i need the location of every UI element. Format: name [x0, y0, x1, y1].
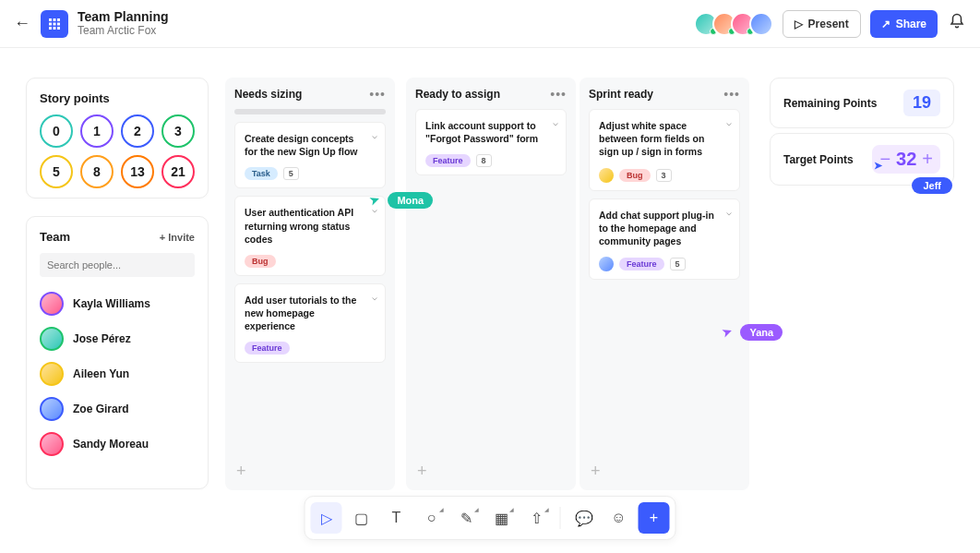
- tool-comment-icon[interactable]: 💬: [568, 502, 600, 534]
- progress-bar: [234, 109, 386, 114]
- story-point-chip[interactable]: 21: [161, 155, 195, 188]
- more-icon[interactable]: •••: [723, 87, 740, 102]
- tag-row: Feature: [245, 342, 376, 355]
- card[interactable]: ⌵Add chat support plug-in to the homepag…: [589, 198, 740, 281]
- chevron-down-icon[interactable]: ⌵: [726, 207, 732, 217]
- tool-text-icon[interactable]: T: [381, 502, 412, 534]
- points-badge: 8: [476, 154, 492, 167]
- target-stepper[interactable]: ➤ − 32 +: [872, 145, 940, 174]
- notifications-icon[interactable]: [947, 13, 967, 34]
- plus-button[interactable]: +: [922, 149, 933, 170]
- tool-pointer-icon[interactable]: ▷: [311, 502, 342, 534]
- invite-button[interactable]: + Invite: [160, 232, 195, 243]
- play-icon: ▷: [795, 18, 803, 30]
- doc-icon[interactable]: [41, 10, 68, 38]
- back-arrow-icon[interactable]: ←: [13, 14, 31, 33]
- tag-row: Bug3: [599, 168, 730, 183]
- team-member[interactable]: Zoe Girard: [40, 391, 195, 427]
- member-name: Sandy Moreau: [73, 438, 149, 451]
- svg-rect-2: [57, 18, 60, 21]
- canvas[interactable]: Story points 0123581321 Team + Invite Ka…: [0, 48, 980, 553]
- more-icon[interactable]: •••: [550, 87, 567, 102]
- minus-button[interactable]: −: [879, 149, 890, 170]
- member-name: Aileen Yun: [73, 367, 129, 380]
- card[interactable]: ⌵User authentication API returning wrong…: [234, 196, 386, 276]
- story-points-panel: Story points 0123581321: [26, 78, 209, 198]
- card[interactable]: ⌵Link account support to "Forgot Passwor…: [415, 109, 567, 175]
- page-title: Team Planning: [78, 10, 169, 24]
- cursor-yana: ➤ Yana: [722, 323, 783, 340]
- add-card-button[interactable]: +: [417, 462, 427, 481]
- presence-avatars[interactable]: [699, 12, 773, 36]
- member-name: Zoe Girard: [73, 403, 129, 415]
- tool-grid-icon[interactable]: ▦◢: [486, 502, 518, 534]
- svg-rect-4: [54, 22, 56, 25]
- share-icon: ↗: [881, 18, 890, 30]
- present-label: Present: [808, 18, 849, 30]
- add-card-button[interactable]: +: [591, 462, 601, 481]
- card-title: Add user tutorials to the new homepage e…: [245, 294, 376, 333]
- avatar: [40, 292, 64, 316]
- share-button[interactable]: ↗ Share: [870, 10, 938, 38]
- chevron-down-icon[interactable]: ⌵: [726, 117, 732, 127]
- points-badge: 3: [656, 169, 672, 182]
- story-point-chip[interactable]: 1: [80, 114, 114, 148]
- toolbar: ▷▢T○◢✎◢▦◢⇧◢💬☺+: [305, 496, 676, 540]
- team-member[interactable]: Kayla Williams: [40, 286, 195, 321]
- card[interactable]: ⌵Add user tutorials to the new homepage …: [234, 283, 386, 364]
- more-icon[interactable]: •••: [369, 87, 386, 102]
- points-badge: 5: [670, 258, 686, 270]
- points-badge: 5: [283, 167, 299, 180]
- search-input[interactable]: [40, 253, 195, 277]
- chevron-down-icon[interactable]: ⌵: [372, 130, 377, 140]
- team-member[interactable]: Aileen Yun: [40, 356, 195, 391]
- story-points-title: Story points: [40, 91, 195, 105]
- tag-bug: Bug: [245, 255, 276, 268]
- member-name: Kayla Williams: [73, 297, 150, 310]
- avatar: [40, 327, 64, 351]
- avatar: [40, 397, 64, 421]
- tool-upload-icon[interactable]: ⇧◢: [521, 502, 553, 534]
- tool-note-icon[interactable]: ▢: [346, 502, 377, 534]
- presence-avatar[interactable]: [749, 12, 773, 36]
- story-point-chip[interactable]: 8: [80, 155, 114, 188]
- tool-sticker-icon[interactable]: ☺: [604, 502, 635, 534]
- member-name: Jose Pérez: [73, 332, 131, 345]
- chevron-down-icon[interactable]: ⌵: [553, 117, 558, 127]
- tag-task: Task: [245, 167, 278, 180]
- card-title: Link account support to "Forgot Password…: [425, 119, 556, 145]
- card-title: Adjust white space between form fields o…: [599, 119, 730, 159]
- svg-rect-1: [54, 18, 56, 21]
- add-card-button[interactable]: +: [236, 462, 246, 481]
- story-points-grid: 0123581321: [40, 114, 195, 188]
- story-point-chip[interactable]: 13: [121, 155, 154, 188]
- story-point-chip[interactable]: 3: [161, 114, 195, 148]
- card[interactable]: ⌵Adjust white space between form fields …: [589, 109, 740, 191]
- card[interactable]: ⌵Create design concepts for the new Sign…: [234, 122, 386, 188]
- tool-shape-icon[interactable]: ○◢: [416, 502, 448, 534]
- team-member[interactable]: Sandy Moreau: [40, 427, 195, 462]
- chevron-down-icon[interactable]: ⌵: [372, 292, 377, 302]
- tool-pen-icon[interactable]: ✎◢: [451, 502, 483, 534]
- story-point-chip[interactable]: 5: [40, 155, 73, 188]
- tag-bug: Bug: [619, 169, 651, 182]
- remaining-value: 19: [903, 90, 940, 116]
- avatar: [40, 432, 64, 456]
- tag-feature: Feature: [619, 258, 664, 270]
- cursor-label: Yana: [740, 324, 783, 341]
- story-point-chip[interactable]: 0: [40, 114, 73, 148]
- header: ← Team Planning Team Arctic Fox ▷ Presen…: [0, 0, 980, 48]
- card-title: Create design concepts for the new Sign …: [245, 132, 376, 158]
- svg-rect-0: [49, 18, 52, 21]
- remaining-points-stat: Remaining Points 19: [770, 78, 954, 128]
- svg-rect-3: [49, 22, 52, 25]
- team-member[interactable]: Jose Pérez: [40, 321, 195, 356]
- assignee-avatar: [599, 257, 614, 271]
- present-button[interactable]: ▷ Present: [783, 10, 861, 38]
- svg-rect-5: [57, 22, 60, 25]
- target-value: 32: [896, 149, 916, 170]
- tool-add-button[interactable]: +: [639, 502, 670, 534]
- tag-row: Task5: [245, 167, 376, 180]
- svg-rect-8: [57, 27, 60, 30]
- story-point-chip[interactable]: 2: [121, 114, 154, 148]
